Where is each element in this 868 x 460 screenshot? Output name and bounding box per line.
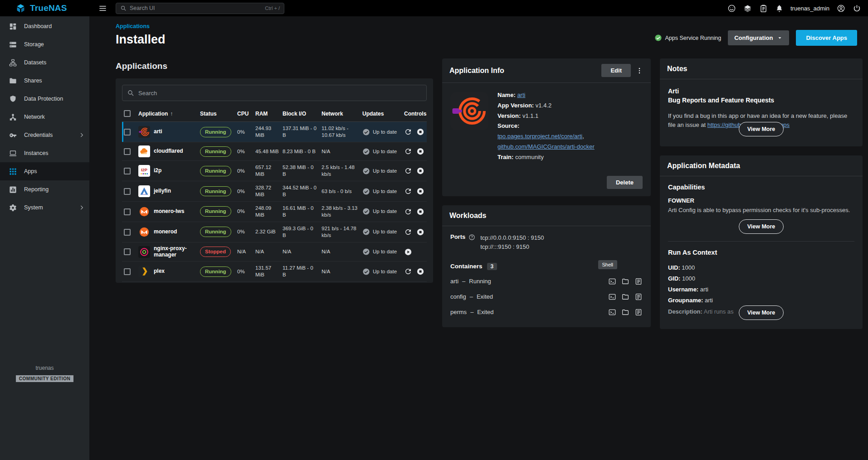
sidebar-item-network[interactable]: Network [0,108,89,126]
power-icon[interactable] [851,2,863,14]
container-shell-icon[interactable] [608,293,616,301]
alerts-icon[interactable] [773,2,785,14]
sidebar-item-data-protection[interactable]: Data Protection [0,90,89,108]
jobs-icon[interactable] [757,2,769,14]
edit-button[interactable]: Edit [601,64,631,77]
row-checkbox[interactable] [124,208,131,215]
notes-subheading: Bug Reports and Feature Requests [668,96,854,105]
table-row[interactable]: plex Running 0% 131.57 MiB 11.27 MiB - 0… [122,261,427,282]
row-checkbox[interactable] [124,188,131,195]
stop-button[interactable] [416,128,424,136]
menu-icon[interactable] [97,2,108,14]
workloads-title: Workloads [449,212,487,220]
table-row[interactable]: I2Pi2p Running 0% 657.12 MiB 52.38 MiB -… [122,161,427,181]
feedback-icon[interactable] [726,2,737,14]
cpu-cell: 0% [235,161,254,181]
restart-button[interactable] [404,187,412,195]
container-row: perms Exited [450,305,643,320]
cpu-cell: 0% [235,201,254,222]
container-files-icon[interactable] [621,293,629,301]
right-column: Notes Arti Bug Reports and Feature Reque… [660,58,863,338]
restart-button[interactable] [404,147,412,155]
stop-button[interactable] [416,228,424,236]
sidebar-item-apps[interactable]: Apps [0,162,89,180]
row-checkbox[interactable] [124,268,131,275]
row-checkbox[interactable] [124,248,131,255]
truenas-logo[interactable]: TrueNAS [0,3,89,14]
table-row[interactable]: cloudflared Running 0% 45.48 MiB 8.23 Mi… [122,142,427,161]
truecommand-icon[interactable] [741,2,753,14]
stop-button[interactable] [416,147,424,155]
table-row[interactable]: monerod Running 0% 2.32 GiB 369.3 GiB - … [122,222,427,242]
delete-button[interactable]: Delete [607,176,643,189]
column-application[interactable]: Application↑ [137,106,198,122]
column-network[interactable]: Network [320,106,361,122]
column-block-io[interactable]: Block I/O [281,106,320,122]
container-files-icon[interactable] [621,308,629,316]
block-io-cell: 137.31 MiB - 0 B [281,122,320,142]
global-search[interactable]: Ctrl + / [116,3,284,14]
table-row[interactable]: arti Running 0% 244.93 MiB 137.31 MiB - … [122,122,427,142]
column-cpu[interactable]: CPU [235,106,254,122]
column-ram[interactable]: RAM [254,106,281,122]
container-files-icon[interactable] [621,277,629,286]
main-content: Applications Installed Apps Service Runn… [89,16,868,460]
column-status[interactable]: Status [198,106,235,122]
stop-button[interactable] [416,167,424,175]
sidebar-item-credentials[interactable]: Credentials [0,126,89,144]
sidebar-item-datasets[interactable]: Datasets [0,53,89,72]
table-row[interactable]: nginx-proxy-manager Stopped N/A N/A N/A … [122,242,427,261]
container-logs-icon[interactable] [634,293,643,301]
user-menu-icon[interactable] [835,2,847,14]
search-icon [127,89,134,97]
global-search-input[interactable] [130,5,262,11]
cpu-cell: 0% [235,222,254,242]
container-logs-icon[interactable] [634,277,643,286]
restart-button[interactable] [404,267,412,276]
container-shell-icon[interactable] [608,277,616,286]
row-checkbox[interactable] [124,168,131,174]
configuration-button[interactable]: Configuration [728,30,789,45]
storage-icon [9,40,17,49]
table-row[interactable]: jellyfin Running 0% 328.72 MiB 344.52 Mi… [122,181,427,202]
apps-search-input[interactable] [138,90,422,97]
kebab-menu-icon[interactable] [635,67,644,75]
sidebar-item-reporting[interactable]: Reporting [0,180,89,199]
container-shell-icon[interactable] [608,308,616,316]
start-button[interactable] [404,248,412,256]
ram-cell: 2.32 GiB [254,222,281,242]
ram-cell: 328.72 MiB [254,181,281,202]
sidebar-item-dashboard[interactable]: Dashboard [0,17,89,35]
restart-button[interactable] [404,128,412,136]
cpu-cell: 0% [235,261,254,282]
apps-search[interactable] [122,85,427,101]
container-logs-icon[interactable] [634,308,643,316]
restart-button[interactable] [404,167,412,175]
stop-button[interactable] [416,267,424,276]
row-checkbox[interactable] [124,129,131,136]
discover-apps-button[interactable]: Discover Apps [796,30,857,46]
stop-button[interactable] [416,208,424,216]
plex-app-icon [138,266,150,277]
restart-button[interactable] [404,208,412,216]
breadcrumb[interactable]: Applications [116,23,150,29]
row-checkbox[interactable] [124,148,131,155]
ports-help-icon[interactable] [468,234,475,241]
restart-button[interactable] [404,228,412,236]
sidebar-item-instances[interactable]: Instances [0,144,89,162]
sidebar-item-storage[interactable]: Storage [0,35,89,53]
row-checkbox[interactable] [124,229,131,236]
sidebar-item-shares[interactable]: Shares [0,72,89,90]
table-row[interactable]: monero-lws Running 0% 248.09 MiB 16.61 M… [122,201,427,222]
stop-button[interactable] [416,187,424,195]
column-updates[interactable]: Updates [361,106,402,122]
select-all-checkbox[interactable] [124,110,131,117]
sidebar-item-system[interactable]: System [0,199,89,217]
notes-view-more-button[interactable]: View More [739,122,784,136]
app-name-link[interactable]: arti [517,92,525,98]
metadata-view-more-button[interactable]: View More [739,305,784,320]
block-io-cell: 344.52 MiB - 0 B [281,181,320,202]
source-link[interactable]: tpo.pages.torproject.net/core/arti [497,133,582,140]
capabilities-view-more-button[interactable]: View More [739,219,784,234]
source-link[interactable]: github.com/MAGICGrants/arti-docker [497,143,595,150]
